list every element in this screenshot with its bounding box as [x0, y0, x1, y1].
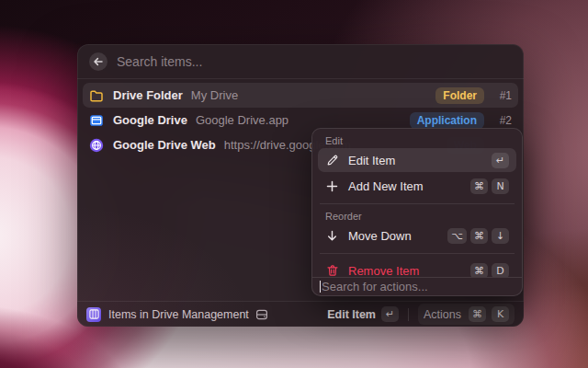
menu-item-label: Remove Item — [348, 264, 419, 278]
divider — [320, 203, 514, 204]
item-badge: Application — [410, 112, 484, 129]
d-key-badge: D — [492, 263, 509, 278]
arrow-left-icon — [93, 56, 104, 67]
search-bar — [77, 44, 524, 79]
action-panel-list: Edit Edit Item ↵ Add New Item ⌘ N — [312, 129, 522, 277]
app-window-icon — [89, 113, 104, 128]
menu-item-move-down[interactable]: Move Down ⌥ ⌘ ↓ — [318, 224, 516, 247]
section-label-reorder: Reorder — [318, 209, 516, 224]
primary-action-button[interactable]: Edit Item — [327, 308, 376, 321]
drive-icon — [255, 308, 268, 321]
actions-search-input[interactable] — [320, 280, 514, 293]
return-key-badge: ↵ — [492, 153, 509, 168]
plus-icon — [325, 179, 339, 193]
folder-icon — [89, 88, 104, 103]
divider — [408, 308, 409, 321]
divider — [320, 253, 514, 254]
back-button[interactable] — [89, 52, 107, 71]
pencil-icon — [325, 154, 339, 167]
item-subtitle: My Drive — [191, 88, 238, 102]
item-title: Google Drive — [113, 113, 187, 127]
arrow-down-icon — [325, 229, 339, 243]
item-badge: Folder — [435, 87, 484, 104]
n-key-badge: N — [492, 178, 509, 194]
menu-item-edit-item[interactable]: Edit Item ↵ — [318, 148, 516, 172]
action-panel: Edit Edit Item ↵ Add New Item ⌘ N — [311, 128, 523, 296]
globe-icon — [89, 138, 104, 153]
menu-item-label: Edit Item — [348, 154, 395, 167]
item-title: Google Drive Web — [113, 138, 216, 152]
k-key-badge: K — [492, 306, 509, 322]
list-item-drive-folder[interactable]: Drive Folder My Drive Folder #1 — [83, 83, 518, 108]
status-source-label: Items in Drive Management — [108, 308, 249, 321]
return-key-badge: ↵ — [381, 306, 399, 322]
item-rank: #1 — [493, 89, 512, 102]
menu-item-label: Add New Item — [348, 179, 424, 193]
trash-icon — [325, 264, 339, 278]
actions-button[interactable]: Actions ⌘ K — [418, 304, 514, 325]
menu-item-label: Move Down — [348, 229, 412, 243]
item-rank: #2 — [493, 114, 512, 127]
item-title: Drive Folder — [113, 88, 183, 102]
cmd-key-badge: ⌘ — [470, 263, 488, 278]
down-key-badge: ↓ — [492, 228, 509, 244]
actions-search — [312, 277, 522, 295]
extension-app-icon — [86, 307, 101, 322]
status-bar: Items in Drive Management Edit Item ↵ Ac… — [77, 301, 524, 327]
option-key-badge: ⌥ — [447, 228, 467, 244]
section-label-edit: Edit — [318, 133, 516, 148]
menu-item-remove-item[interactable]: Remove Item ⌘ D — [318, 259, 516, 277]
cmd-key-badge: ⌘ — [470, 178, 488, 194]
text-caret — [320, 281, 321, 293]
item-subtitle: Google Drive.app — [196, 113, 288, 127]
menu-item-add-new-item[interactable]: Add New Item ⌘ N — [318, 174, 516, 198]
cmd-key-badge: ⌘ — [470, 228, 488, 244]
actions-label: Actions — [424, 308, 461, 321]
cmd-key-badge: ⌘ — [469, 306, 486, 322]
search-input[interactable] — [117, 54, 512, 69]
